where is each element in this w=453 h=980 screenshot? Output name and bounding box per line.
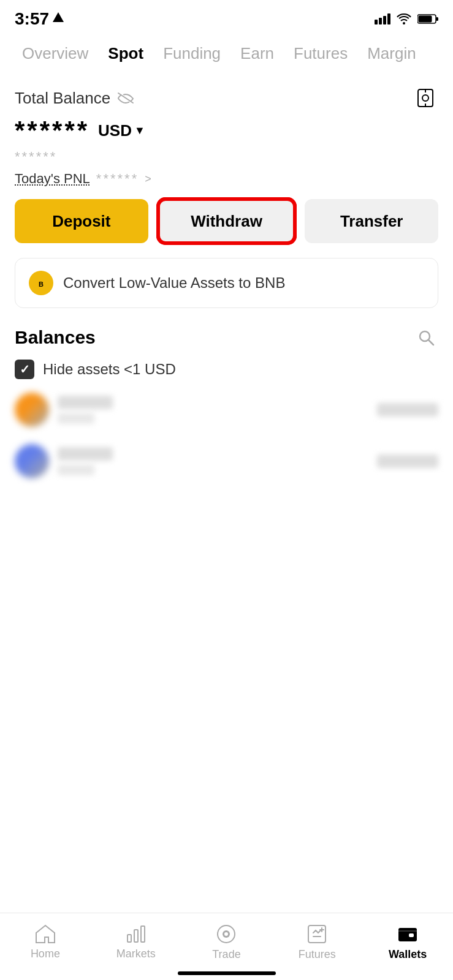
balance-label: Total Balance bbox=[15, 89, 135, 108]
markets-icon bbox=[125, 924, 147, 944]
deposit-button[interactable]: Deposit bbox=[15, 199, 148, 243]
tab-spot[interactable]: Spot bbox=[98, 39, 153, 68]
withdraw-button[interactable]: Withdraw bbox=[158, 199, 295, 243]
asset-value-1 bbox=[377, 403, 438, 417]
time-display: 3:57 bbox=[15, 9, 49, 29]
balance-label-text: Total Balance bbox=[15, 89, 110, 108]
convert-text: Convert Low-Value Assets to BNB bbox=[63, 274, 285, 292]
nav-markets-label: Markets bbox=[116, 948, 156, 960]
svg-rect-10 bbox=[134, 930, 138, 942]
asset-subname-1 bbox=[58, 413, 94, 424]
wifi-icon bbox=[397, 13, 411, 24]
balance-section: Total Balance ****** USD ▼ ****** Today'… bbox=[0, 75, 453, 187]
tab-futures[interactable]: Futures bbox=[284, 39, 357, 68]
svg-point-4 bbox=[422, 95, 428, 101]
transfer-button[interactable]: Transfer bbox=[305, 199, 438, 243]
asset-row[interactable] bbox=[15, 444, 438, 478]
svg-rect-11 bbox=[141, 926, 145, 942]
home-icon bbox=[34, 924, 56, 944]
svg-rect-16 bbox=[398, 928, 417, 941]
svg-rect-18 bbox=[398, 930, 417, 932]
record-icon[interactable] bbox=[413, 85, 438, 111]
signal-bars bbox=[375, 13, 390, 24]
tab-overview[interactable]: Overview bbox=[12, 39, 98, 68]
tab-margin[interactable]: Margin bbox=[357, 39, 425, 68]
currency-dropdown-icon: ▼ bbox=[134, 124, 145, 137]
nav-wallets[interactable]: Wallets bbox=[377, 923, 438, 961]
svg-point-14 bbox=[224, 932, 228, 936]
svg-text:B: B bbox=[39, 281, 44, 288]
nav-trade[interactable]: Trade bbox=[196, 923, 257, 961]
status-icons bbox=[375, 13, 438, 24]
asset-name-1 bbox=[58, 396, 113, 409]
hide-assets-row: Hide assets <1 USD bbox=[15, 360, 438, 379]
asset-icon-1 bbox=[15, 393, 49, 427]
asset-info-1 bbox=[58, 396, 113, 424]
balances-title: Balances bbox=[15, 327, 96, 348]
nav-home-label: Home bbox=[31, 948, 60, 960]
status-time: 3:57 bbox=[15, 9, 64, 29]
pnl-row: Today's PNL ****** > bbox=[15, 171, 438, 187]
hide-assets-label: Hide assets <1 USD bbox=[43, 361, 176, 378]
asset-name-2 bbox=[58, 447, 113, 461]
svg-rect-2 bbox=[436, 17, 438, 21]
balance-stars: ****** bbox=[15, 116, 89, 145]
asset-info-2 bbox=[58, 447, 113, 475]
tab-funding[interactable]: Funding bbox=[153, 39, 230, 68]
asset-subname-2 bbox=[58, 464, 94, 475]
sub-balance: ****** bbox=[15, 149, 438, 165]
nav-home[interactable]: Home bbox=[15, 924, 76, 960]
balances-header: Balances bbox=[15, 325, 438, 350]
balance-label-row: Total Balance bbox=[15, 85, 438, 111]
trade-icon bbox=[215, 923, 237, 945]
currency-label: USD bbox=[98, 121, 132, 140]
nav-markets[interactable]: Markets bbox=[105, 924, 167, 960]
bnb-icon: B bbox=[29, 271, 53, 295]
wallets-icon bbox=[397, 923, 419, 945]
hide-balance-icon[interactable] bbox=[116, 91, 135, 105]
asset-value-2 bbox=[377, 454, 438, 468]
currency-selector[interactable]: USD ▼ bbox=[98, 121, 145, 140]
pnl-value: ****** bbox=[96, 171, 139, 187]
futures-icon bbox=[306, 923, 328, 945]
balance-amount-row: ****** USD ▼ bbox=[15, 116, 438, 145]
battery-icon bbox=[417, 13, 438, 24]
asset-icon-2 bbox=[15, 444, 49, 478]
balances-section: Balances Hide assets <1 USD bbox=[0, 325, 453, 478]
bottom-nav: Home Markets Trade Futures Wa bbox=[0, 913, 453, 980]
asset-left bbox=[15, 393, 113, 427]
pnl-label[interactable]: Today's PNL bbox=[15, 171, 90, 187]
pnl-arrow-icon[interactable]: > bbox=[145, 173, 151, 186]
location-icon bbox=[53, 12, 64, 26]
svg-rect-17 bbox=[409, 933, 414, 937]
search-button[interactable] bbox=[414, 325, 438, 350]
nav-trade-label: Trade bbox=[212, 948, 240, 961]
status-bar: 3:57 bbox=[0, 0, 453, 34]
convert-banner[interactable]: B Convert Low-Value Assets to BNB bbox=[15, 258, 438, 308]
nav-futures[interactable]: Futures bbox=[286, 923, 348, 961]
asset-left bbox=[15, 444, 113, 478]
svg-rect-1 bbox=[419, 16, 432, 23]
nav-futures-label: Futures bbox=[299, 948, 336, 961]
nav-wallets-label: Wallets bbox=[389, 948, 427, 961]
nav-tabs: Overview Spot Funding Earn Futures Margi… bbox=[0, 34, 453, 75]
tab-earn[interactable]: Earn bbox=[230, 39, 284, 68]
svg-line-8 bbox=[428, 340, 433, 345]
svg-rect-15 bbox=[308, 925, 325, 943]
action-buttons: Deposit Withdraw Transfer bbox=[0, 199, 453, 243]
hide-assets-checkbox[interactable] bbox=[15, 360, 34, 379]
asset-row[interactable] bbox=[15, 393, 438, 427]
home-indicator bbox=[178, 971, 276, 975]
svg-rect-9 bbox=[128, 935, 131, 942]
